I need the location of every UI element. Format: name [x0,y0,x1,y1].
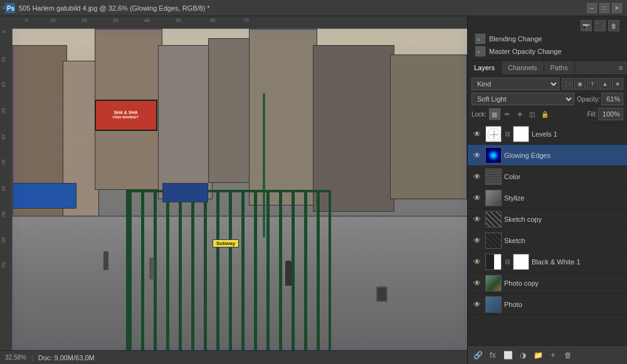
history-panel: 📷 ⬛ 🗑 ≡ Blending Change ≡ Master Opacity… [468,16,627,61]
lock-row: Lock: ▦ ✏ ✛ ◫ 🔒 Fill: [472,108,623,120]
layer-controls: Kind ⬛ ◉ T ▲ ★ Soft Light [468,75,627,123]
new-layer-button[interactable]: + [547,349,559,361]
ruler-v-label: 20 [1,108,6,113]
layer-thumb-stylize [485,190,502,206]
ruler-v-label: 45 [1,237,6,242]
fx-button[interactable]: fx [487,349,499,361]
lock-position-button[interactable]: ✛ [514,108,525,120]
zoom-value: 32,58% [5,354,26,361]
delete-layer-button[interactable]: 🗑 [562,349,574,361]
layer-thumb-sketch-copy [485,211,502,227]
history-icon-2: ≡ [475,46,485,56]
add-adjustment-button[interactable]: ◑ [517,349,529,361]
layer-item-levels1[interactable]: 👁 ⛓ Levels 1 [468,123,627,145]
add-mask-button[interactable]: ⬜ [502,349,514,361]
layer-item-photo-copy[interactable]: 👁 Photo copy [468,273,627,294]
ruler-v-label: 35 [1,185,6,191]
fill-group: Fill: [587,108,623,120]
history-icon-1: ≡ [475,34,485,44]
layer-eye-color[interactable]: 👁 [472,171,483,182]
title-controls: ─ □ ✕ [587,3,622,13]
layer-name-levels1: Levels 1 [532,130,623,138]
delete-history-button[interactable]: 🗑 [608,20,619,31]
history-item-2: ≡ Master Opacity Change [473,45,622,58]
kind-icon-pixel[interactable]: ⬛ [562,78,573,90]
layer-eye-photo-copy[interactable]: 👁 [472,278,483,289]
layer-item-color[interactable]: 👁 Color [468,166,627,187]
kind-icon-type[interactable]: T [587,78,598,90]
close-button[interactable]: ✕ [612,3,622,13]
layer-eye-stylize[interactable]: 👁 [472,192,483,204]
svg-text:≡: ≡ [477,49,480,55]
layer-eye-sketch-copy[interactable]: 👁 [472,214,483,225]
maximize-button[interactable]: □ [599,3,609,13]
layer-eye-glowing-edges[interactable]: 👁 [472,150,483,161]
layer-thumb-glowing-edges [485,147,502,164]
kind-icon-smartobj[interactable]: ★ [612,78,623,90]
layer-name-glowing-edges: Glowing Edges [504,152,623,159]
ruler-horizontal: 0 10 20 30 40 50 60 70 [13,16,467,29]
link-layers-button[interactable]: 🔗 [472,349,484,361]
fill-input[interactable] [598,108,623,120]
opacity-input[interactable] [601,93,623,105]
kind-row: Kind ⬛ ◉ T ▲ ★ [472,78,623,90]
ruler-label: 50 [176,18,181,23]
app-icon: Ps [5,3,15,13]
status-divider: | [31,354,33,361]
layer-item-sketch-copy[interactable]: 👁 Sketch copy [468,209,627,230]
layer-name-photo-copy: Photo copy [504,279,623,287]
layer-eye-levels1[interactable]: 👁 [472,128,483,140]
layer-eye-photo[interactable]: 👁 [472,299,483,310]
layer-item-bw1[interactable]: 👁 ⛓ Black & White 1 [468,251,627,273]
svg-text:≡: ≡ [477,37,480,43]
canvas-viewport[interactable]: SHA & SHA FISH MARKET Subway [13,29,467,350]
snapshot-button[interactable]: 📷 [581,20,592,31]
lock-transparent-button[interactable]: ▦ [489,108,500,120]
kind-icon-shape[interactable]: ▲ [599,78,611,90]
kind-select[interactable]: Kind [472,78,559,90]
layer-item-sketch[interactable]: 👁 Sketch [468,230,627,251]
lock-all-button[interactable]: 🔒 [539,108,551,120]
layer-eye-bw1[interactable]: 👁 [472,256,483,268]
svg-rect-10 [494,254,502,270]
layer-item-stylize[interactable]: 👁 Stylize [468,187,627,209]
main-layout: 0 10 20 30 40 50 60 70 0 5 10 15 20 25 [0,16,627,364]
panel-menu-button[interactable]: ≡ [614,61,627,75]
panel-actions: 📷 ⬛ 🗑 [473,19,622,33]
tab-channels[interactable]: Channels [502,61,544,75]
layer-thumb-bw1 [485,254,502,270]
layer-thumb-levels1 [485,126,502,142]
layers-list[interactable]: 👁 ⛓ Levels 1 👁 Glowing Edges 👁 [468,123,627,345]
ruler-v-label: 30 [1,159,6,165]
layer-chain-bw1: ⛓ [504,259,510,265]
lock-image-button[interactable]: ✏ [502,108,513,120]
blend-mode-select[interactable]: Soft Light [472,93,574,105]
status-bar: 32,58% | Doc: 9,00M/63,0M [0,350,467,364]
layer-eye-sketch[interactable]: 👁 [472,235,483,246]
minimize-button[interactable]: ─ [587,3,597,13]
layer-thumb-photo-copy [485,275,502,291]
layer-name-sketch: Sketch [504,237,623,244]
title-bar-left: Ps 505 Harlem gatubild 4.jpg @ 32,6% (Gl… [5,3,210,13]
layer-item-glowing-edges[interactable]: 👁 Glowing Edges [468,145,627,166]
illustration-overlay [13,29,467,350]
new-group-button[interactable]: 📁 [532,349,544,361]
zoom-indicator: 32,58% [5,354,26,361]
tab-layers[interactable]: Layers [468,61,502,75]
layer-mask-levels1 [513,126,529,142]
layer-thumb-photo [485,296,502,313]
kind-icon-adjustment[interactable]: ◉ [574,78,586,90]
title-bar: Ps 505 Harlem gatubild 4.jpg @ 32,6% (Gl… [0,0,627,16]
tab-paths[interactable]: Paths [544,61,575,75]
canvas-body: 0 5 10 15 20 25 30 35 40 45 50 [0,29,467,350]
blend-row: Soft Light Opacity: [472,93,623,105]
ruler-v-label: 50 [1,262,6,268]
layer-name-bw1: Black & White 1 [532,258,623,266]
panel-tabs: Layers Channels Paths ≡ [468,61,627,75]
opacity-group: Opacity: [577,93,623,105]
layer-name-sketch-copy: Sketch copy [504,216,623,223]
lock-artboard-button[interactable]: ◫ [527,108,538,120]
layer-item-photo[interactable]: 👁 Photo [468,294,627,315]
ruler-label: 40 [144,18,150,23]
new-snapshot-button[interactable]: ⬛ [594,20,606,31]
